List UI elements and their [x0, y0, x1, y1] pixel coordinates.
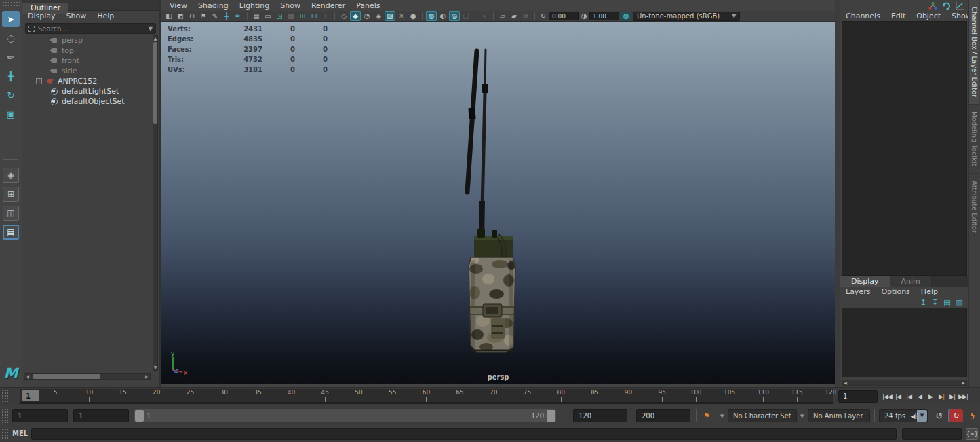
exposure-icon[interactable]: ↻ — [538, 11, 549, 21]
view-transform-dropdown[interactable]: Un-tone-mapped (sRGB) ▼ — [633, 12, 740, 21]
scroll-right-icon[interactable]: ▶ — [144, 374, 150, 379]
go-to-start-button[interactable]: |◀◀ — [882, 393, 893, 400]
scroll-down-icon[interactable]: ▼ — [153, 365, 157, 370]
layer-menu-options[interactable]: Options — [876, 287, 915, 297]
textured-icon[interactable]: ▨ — [385, 11, 395, 21]
gamma-field[interactable]: 1.00 — [589, 12, 619, 20]
playback-loop-icon[interactable]: ↺ — [933, 409, 945, 422]
fps-dropdown[interactable]: 24 fps ▼ — [879, 409, 928, 422]
gate-mask-icon[interactable]: ▩ — [286, 11, 296, 21]
animation-start-field[interactable]: 1 — [73, 409, 129, 422]
time-slider-grip[interactable] — [1, 389, 8, 403]
two-pane-layout[interactable]: ◫ — [3, 206, 19, 221]
viewport-menu-lighting[interactable]: Lighting — [234, 1, 275, 11]
layer-tab-anim[interactable]: Anim — [890, 276, 932, 287]
scale-tool[interactable]: ▣ — [2, 106, 20, 122]
tab-channel-box-layer-editor[interactable]: Channel Box / Layer Editor — [969, 0, 979, 105]
scrollbar-thumb[interactable] — [153, 42, 157, 124]
graph-editor-icon[interactable] — [956, 1, 964, 10]
select-tool[interactable]: ➤ — [2, 11, 20, 27]
create-layer-from-selected-icon[interactable]: ▥ — [956, 298, 963, 307]
wireframe-icon[interactable]: ◇ — [338, 11, 349, 21]
wireframe-on-shaded-icon[interactable]: ◈ — [373, 11, 384, 21]
gamma-icon[interactable]: ◑ — [579, 11, 589, 21]
channel-box-menu-object[interactable]: Object — [911, 11, 946, 21]
range-slider-grip[interactable] — [1, 408, 8, 423]
anim-layer-dropdown[interactable]: No Anim Layer — [808, 409, 870, 422]
image-plane-icon[interactable]: ✎ — [210, 11, 220, 21]
outliner-item-side[interactable]: side — [22, 66, 152, 76]
viewport-menu-show[interactable]: Show — [275, 1, 306, 11]
go-to-end-button[interactable]: ▶▶| — [958, 393, 968, 400]
auto-keyframe-button[interactable]: ↻ — [949, 409, 963, 422]
viewport-menu-shading[interactable]: Shading — [193, 1, 234, 11]
play-forwards-button[interactable]: ▶ — [925, 393, 936, 400]
tab-attribute-editor[interactable]: Attribute Editor — [969, 174, 979, 240]
ssao-icon[interactable]: ◍ — [426, 11, 437, 21]
four-pane-layout[interactable]: ⊞ — [3, 187, 19, 202]
search-input[interactable] — [38, 25, 145, 33]
current-time-marker[interactable]: 1 — [22, 390, 39, 401]
grid-icon[interactable]: ▦ — [251, 11, 262, 21]
paint-select-tool[interactable]: ✏ — [2, 49, 20, 65]
move-layer-up-icon[interactable]: ↥ — [920, 298, 926, 307]
scroll-left-icon[interactable]: ◀ — [842, 380, 848, 385]
viewport-3d-view[interactable]: Verts:243100Edges:483500Faces:239700Tris… — [161, 22, 835, 384]
grease-pencil-icon[interactable]: ✏ — [233, 11, 243, 21]
snapshot-icon[interactable]: ▱ — [497, 11, 508, 21]
pane-navigation-layout[interactable]: ◈ — [3, 168, 19, 183]
scroll-left-icon[interactable]: ◀ — [24, 374, 31, 379]
character-controls-icon[interactable] — [928, 1, 937, 10]
camera-lock-icon[interactable]: ◩ — [175, 11, 186, 21]
scrollbar-thumb[interactable] — [33, 374, 100, 379]
animation-end-field[interactable]: 200 — [636, 409, 690, 422]
chevron-down-icon[interactable]: ▼ — [149, 26, 153, 32]
safe-title-icon[interactable]: ⊤ — [320, 11, 331, 21]
tab-modeling-toolkit[interactable]: Modeling Toolkit — [969, 105, 979, 174]
camera-icon[interactable]: ◧ — [163, 11, 174, 21]
smooth-shade-icon[interactable]: ◆ — [350, 11, 361, 21]
scroll-right-icon[interactable]: ▶ — [960, 380, 966, 385]
use-lights-icon[interactable]: ☀ — [396, 11, 407, 21]
outliner-item-top[interactable]: top — [22, 45, 152, 56]
create-empty-layer-icon[interactable]: ▤ — [943, 298, 950, 307]
playback-end-field[interactable]: 120 — [573, 409, 627, 422]
outliner-item-front[interactable]: front — [22, 56, 152, 66]
viewport-menu-renderer[interactable]: Renderer — [306, 1, 351, 11]
script-editor-icon[interactable]: {≡} — [966, 428, 978, 440]
character-set-dropdown[interactable]: No Character Set — [728, 409, 797, 422]
outliner-horizontal-scrollbar[interactable]: ◀ ▶ — [24, 373, 151, 380]
layer-menu-layers[interactable]: Layers — [840, 287, 876, 297]
cycle-check-icon[interactable] — [942, 1, 951, 10]
move-layer-down-icon[interactable]: ↧ — [932, 298, 938, 307]
outliner-menu-display[interactable]: Display — [22, 11, 61, 21]
outliner-item-defaultobjectset[interactable]: defaultObjectSet — [22, 96, 152, 107]
bookmark-view-icon[interactable]: ⚑ — [198, 11, 209, 21]
anti-aliasing-icon[interactable]: ◎ — [449, 11, 460, 21]
outliner-menu-help[interactable]: Help — [92, 11, 119, 21]
outliner-search[interactable]: ▼ — [25, 23, 156, 34]
resolution-gate-icon[interactable]: ◳ — [274, 11, 285, 21]
outliner-item-persp[interactable]: persp — [22, 35, 152, 45]
layer-list[interactable] — [842, 308, 967, 377]
toolbox-grip[interactable] — [2, 1, 20, 7]
layer-editor-scrollbar[interactable]: ◀ ▶ — [842, 380, 967, 386]
channel-box-menu-edit[interactable]: Edit — [886, 11, 911, 21]
playback-start-field[interactable]: 1 — [12, 409, 68, 422]
step-forward-frame-button[interactable]: ▶| — [947, 393, 958, 400]
step-back-frame-button[interactable]: |◀ — [893, 393, 903, 400]
xray-icon[interactable]: ⊠ — [520, 11, 531, 21]
motion-blur-icon[interactable]: ◐ — [437, 11, 448, 21]
chevron-down-icon[interactable]: ▼ — [720, 413, 724, 419]
highlight-selection-icon[interactable]: ⌖ — [479, 11, 490, 21]
layer-menu-help[interactable]: Help — [916, 287, 943, 297]
outliner-menu-show[interactable]: Show — [61, 11, 92, 21]
film-gate-icon[interactable]: ▭ — [262, 11, 273, 21]
step-forward-key-button[interactable]: ▶| — [936, 393, 947, 400]
shadows-icon[interactable]: ● — [408, 11, 418, 21]
step-back-key-button[interactable]: |◀ — [903, 393, 914, 400]
flat-shade-icon[interactable]: ◔ — [361, 11, 372, 21]
viewport-menu-panels[interactable]: Panels — [351, 1, 385, 11]
evaluation-mode-icon[interactable]: ϟ — [967, 409, 978, 422]
multi-pane-icon[interactable]: ▰ — [509, 11, 520, 21]
